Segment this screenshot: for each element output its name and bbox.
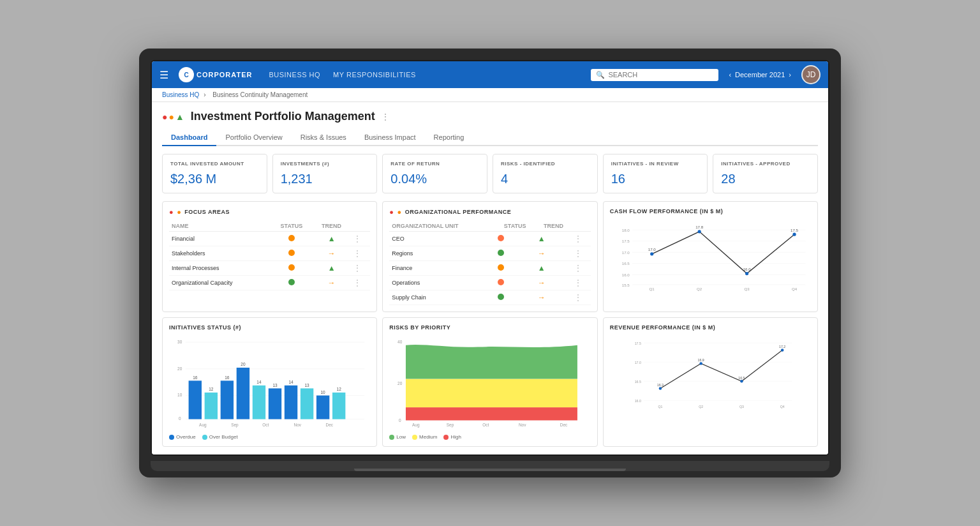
org-performance-table: ORGANIZATIONAL UNIT STATUS TREND CEO ▲ [389, 221, 590, 305]
breadcrumb-parent[interactable]: Business HQ [162, 91, 199, 98]
table-row: Supply Chain → ⋮ [389, 290, 590, 305]
kpi-investments: INVESTMENTS (#) 1,231 [272, 154, 378, 193]
dashboard-row-2: INITIATIVES STATUS (#) 30 20 10 0 [162, 317, 818, 447]
nav-business-hq[interactable]: BUSINESS HQ [269, 71, 320, 79]
svg-text:17.0: 17.0 [621, 250, 630, 255]
svg-point-65 [658, 387, 662, 390]
cash-flow-svg: 18.0 17.5 17.0 16.5 16.0 15.5 [610, 220, 811, 296]
logo-icon: C [179, 67, 194, 82]
focus-col-name: NAME [169, 221, 271, 232]
tab-risks-issues[interactable]: Risks & Issues [292, 130, 355, 146]
more-options-icon[interactable]: ⋮ [574, 234, 582, 243]
status-dot [498, 294, 504, 300]
more-options-icon[interactable]: ⋮ [574, 264, 582, 273]
tab-reporting[interactable]: Reporting [425, 130, 473, 146]
next-date-button[interactable]: › [789, 71, 791, 79]
svg-text:Sep: Sep [447, 423, 454, 428]
status-dot [498, 264, 504, 271]
kpi-initiatives-review: INITIATIVES - IN REVIEW 16 [603, 154, 708, 193]
laptop-base [151, 461, 829, 471]
more-options-icon[interactable]: ⋮ [353, 234, 361, 243]
table-row: Operations → ⋮ [389, 276, 590, 290]
search-input[interactable] [608, 71, 713, 79]
svg-text:Nov: Nov [519, 423, 526, 427]
svg-text:Nov: Nov [293, 423, 301, 427]
svg-text:17.2: 17.2 [779, 345, 785, 349]
main-content: ● ● ▲ Investment Portfolio Management ⋮ … [152, 102, 828, 455]
org-performance-widget: ● ● ORGANIZATIONAL PERFORMANCE ORGANIZAT… [382, 201, 597, 312]
focus-col-status: STATUS [271, 221, 313, 232]
svg-text:20: 20 [177, 366, 182, 371]
svg-text:17.5: 17.5 [634, 342, 641, 345]
tab-dashboard[interactable]: Dashboard [162, 130, 216, 146]
status-dot [288, 235, 295, 241]
table-row: Financial ▲ ⋮ [169, 232, 370, 246]
svg-text:Aug: Aug [199, 423, 207, 428]
svg-point-12 [650, 252, 653, 255]
more-options-icon[interactable]: ⋮ [353, 278, 361, 287]
org-row-4-name: Supply Chain [389, 290, 494, 305]
risks-legend: Low Medium High [389, 434, 590, 440]
legend-high-dot [443, 435, 449, 440]
legend-high-label: High [450, 434, 461, 440]
svg-text:10: 10 [177, 393, 182, 397]
status-red-icon: ● [162, 112, 167, 122]
svg-point-68 [781, 349, 784, 352]
org-col-unit: ORGANIZATIONAL UNIT [389, 221, 494, 232]
revenue-performance-chart: 17.5 17.0 16.5 16.0 16.3 [610, 336, 811, 412]
kpi-total-invested-label: TOTAL INVESTED AMOUNT [170, 161, 259, 167]
more-options-icon[interactable]: ⋮ [353, 264, 361, 273]
hamburger-menu[interactable]: ☰ [160, 69, 168, 81]
svg-text:17.5: 17.5 [791, 228, 799, 232]
kpi-row: TOTAL INVESTED AMOUNT $2,36 M INVESTMENT… [162, 154, 818, 193]
initiatives-status-svg: 30 20 10 0 16 [169, 336, 370, 432]
svg-rect-50 [406, 407, 577, 420]
more-options-icon[interactable]: ⋮ [574, 278, 582, 287]
kpi-investments-value: 1,231 [281, 172, 369, 186]
kpi-risks-value: 4 [501, 172, 590, 186]
top-navigation: ☰ C CORPORATER BUSINESS HQ MY RESPONSIBI… [152, 61, 828, 88]
more-options-icon[interactable]: ⋮ [574, 293, 582, 302]
legend-overbudget-dot [202, 435, 207, 440]
page-title: Investment Portfolio Management [191, 110, 375, 123]
prev-date-button[interactable]: ‹ [729, 71, 731, 79]
svg-text:Aug: Aug [412, 423, 420, 428]
tab-business-impact[interactable]: Business Impact [355, 130, 425, 146]
logo-text: CORPORATER [197, 71, 252, 79]
svg-text:Dec: Dec [560, 423, 568, 427]
tab-portfolio-overview[interactable]: Portfolio Overview [216, 130, 291, 146]
more-options-icon[interactable]: ⋮ [353, 249, 361, 258]
search-bar[interactable]: 🔍 [591, 69, 718, 81]
trend-up-icon: ▲ [175, 112, 184, 122]
kpi-initiatives-review-value: 16 [611, 172, 700, 186]
legend-medium: Medium [412, 434, 437, 440]
legend-overbudget-label: Over Budget [209, 434, 238, 440]
svg-text:20: 20 [397, 381, 403, 386]
trend-icon: → [538, 249, 546, 258]
svg-text:Dec: Dec [326, 423, 334, 427]
status-yellow-icon: ● [168, 112, 174, 122]
legend-overdue-label: Overdue [176, 434, 196, 440]
svg-text:14: 14 [256, 380, 262, 384]
date-navigation: ‹ December 2021 › [729, 71, 791, 79]
table-row: CEO ▲ ⋮ [389, 232, 590, 246]
current-date: December 2021 [735, 71, 785, 79]
bar [221, 380, 234, 419]
svg-point-14 [745, 272, 748, 275]
svg-text:Oct: Oct [262, 423, 269, 427]
initiatives-status-title: INITIATIVES STATUS (#) [169, 324, 370, 331]
info-icon[interactable]: ⋮ [382, 112, 389, 121]
nav-my-responsibilities[interactable]: MY RESPONSIBILITIES [333, 71, 416, 79]
trend-icon: ▲ [538, 234, 546, 243]
svg-text:16.5: 16.5 [634, 380, 641, 384]
legend-overbudget: Over Budget [202, 434, 238, 440]
status-icons: ● ● ▲ [162, 112, 184, 122]
svg-point-66 [699, 362, 702, 365]
svg-text:Q2: Q2 [697, 287, 702, 291]
svg-text:18.0: 18.0 [621, 228, 630, 232]
org-col-status: STATUS [495, 221, 535, 232]
table-row: Stakeholders → ⋮ [169, 246, 370, 261]
more-options-icon[interactable]: ⋮ [574, 249, 582, 258]
table-row: Organizational Capacity → ⋮ [169, 276, 370, 290]
avatar[interactable]: JD [801, 65, 820, 84]
